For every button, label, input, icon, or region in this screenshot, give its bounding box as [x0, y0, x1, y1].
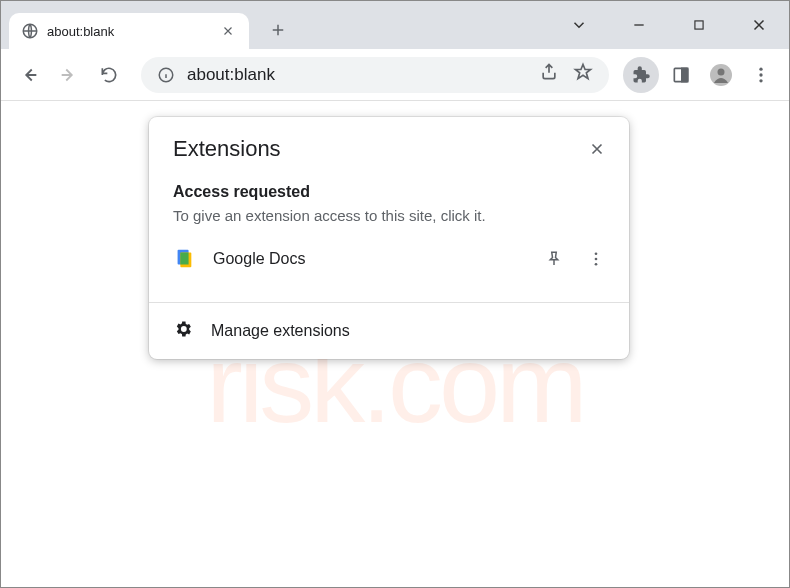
bookmark-star-icon[interactable]: [573, 62, 593, 87]
address-bar[interactable]: about:blank: [141, 57, 609, 93]
svg-rect-4: [682, 68, 688, 81]
share-icon[interactable]: [539, 62, 559, 87]
section-heading: Access requested: [173, 183, 605, 201]
back-button[interactable]: [11, 57, 47, 93]
browser-toolbar: about:blank: [1, 49, 789, 101]
window-controls: [549, 1, 789, 49]
window-titlebar: about:blank: [1, 1, 789, 49]
tab-strip: about:blank: [1, 1, 293, 49]
browser-tab[interactable]: about:blank: [9, 13, 249, 49]
tab-close-button[interactable]: [219, 22, 237, 40]
new-tab-button[interactable]: [263, 15, 293, 45]
window-close-button[interactable]: [729, 5, 789, 45]
pin-icon[interactable]: [545, 250, 563, 268]
omnibox-actions: [539, 62, 593, 87]
svg-point-6: [718, 68, 725, 75]
google-docs-icon: [173, 248, 195, 270]
gear-icon: [173, 319, 193, 343]
extensions-popup: Extensions Access requested To give an e…: [149, 117, 629, 359]
reload-button[interactable]: [91, 57, 127, 93]
globe-icon: [21, 22, 39, 40]
svg-point-8: [759, 73, 762, 76]
tab-title: about:blank: [47, 24, 114, 39]
url-text: about:blank: [187, 65, 275, 85]
svg-point-13: [595, 252, 598, 255]
extension-menu-button[interactable]: [587, 250, 605, 268]
manage-extensions-button[interactable]: Manage extensions: [149, 303, 629, 359]
site-info-icon[interactable]: [157, 66, 175, 84]
svg-point-9: [759, 79, 762, 82]
chrome-menu-button[interactable]: [743, 57, 779, 93]
manage-extensions-label: Manage extensions: [211, 322, 350, 340]
popup-close-button[interactable]: [581, 133, 613, 165]
popup-header: Extensions: [149, 117, 629, 173]
extensions-button[interactable]: [623, 57, 659, 93]
section-description: To give an extension access to this site…: [173, 207, 605, 224]
extension-actions: [545, 250, 605, 268]
side-panel-button[interactable]: [663, 57, 699, 93]
extension-row[interactable]: Google Docs: [173, 242, 605, 276]
svg-point-14: [595, 258, 598, 261]
popup-title: Extensions: [173, 136, 281, 162]
svg-point-7: [759, 67, 762, 70]
window-maximize-button[interactable]: [669, 5, 729, 45]
svg-rect-12: [180, 253, 188, 265]
window-tab-dropdown[interactable]: [549, 5, 609, 45]
extension-name: Google Docs: [213, 250, 306, 268]
window-minimize-button[interactable]: [609, 5, 669, 45]
popup-section: Access requested To give an extension ac…: [149, 173, 629, 294]
forward-button[interactable]: [51, 57, 87, 93]
profile-button[interactable]: [703, 57, 739, 93]
svg-point-15: [595, 263, 598, 266]
svg-rect-1: [695, 21, 703, 29]
